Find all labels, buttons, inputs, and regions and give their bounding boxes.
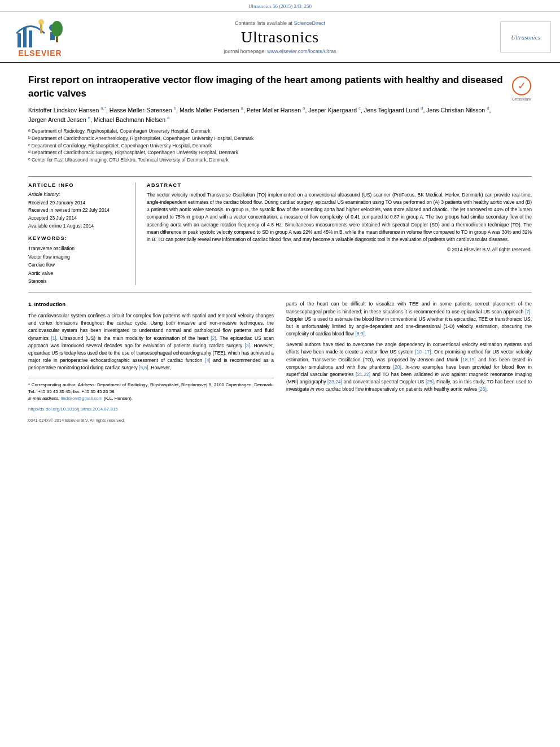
- email-author: (K.L. Hansen).: [104, 396, 133, 401]
- abstract-text: The vector velocity method Transverse Os…: [147, 191, 532, 243]
- sup-b1: b: [174, 106, 176, 111]
- affil-c: c Department of Cardiology, Rigshospital…: [28, 142, 504, 150]
- abstract-copyright: © 2014 Elsevier B.V. All rights reserved…: [147, 247, 532, 252]
- divider-2: [28, 292, 532, 292]
- abstract-section: ABSTRACT The vector velocity method Tran…: [147, 182, 532, 286]
- sup-d1: d: [421, 106, 423, 111]
- article-info: ARTICLE INFO Article history: Received 2…: [28, 182, 135, 286]
- with-text: with: [347, 364, 355, 370]
- history-online: Available online 1 August 2014: [28, 222, 126, 230]
- elsevier-wordmark: ELSEVIER: [18, 49, 62, 58]
- svg-rect-3: [29, 30, 32, 47]
- affil-sup-e: e: [28, 156, 30, 164]
- journal-header: ELSEVIER Contents lists available at Sci…: [0, 12, 560, 63]
- affil-text-e: Center for Fast Ultrasound Imaging, DTU …: [32, 156, 229, 164]
- crossmark-badge: ✓ CrossMark: [511, 76, 532, 101]
- body-col-right: parts of the heart can be difficult to v…: [286, 300, 532, 423]
- affil-d: d Department of Cardiothoracic Surgery, …: [28, 149, 504, 156]
- ref-20-link[interactable]: [20]: [393, 364, 401, 370]
- footer-issn: 0041-624X/© 2014 Elsevier B.V. All right…: [28, 417, 274, 424]
- svg-point-9: [38, 19, 44, 25]
- email-link[interactable]: lindskov@gmail.com: [61, 396, 102, 401]
- authors: Kristoffer Lindskov Hansen a,*, Hasse Mø…: [28, 105, 504, 125]
- ref-1-link[interactable]: [1]: [51, 335, 56, 341]
- crossmark-icon: ✓: [511, 76, 532, 96]
- keyword-1: Transverse oscillation: [28, 244, 126, 252]
- doi-line: http://dx.doi.org/10.1016/j.ultras.2014.…: [28, 405, 274, 413]
- ref-2122-link[interactable]: [21,22]: [356, 372, 370, 377]
- sup-d2: d: [487, 106, 489, 111]
- article-title: First report on intraoperative vector fl…: [28, 73, 504, 101]
- elsevier-tree-icon: [12, 16, 68, 47]
- article-info-heading: ARTICLE INFO: [28, 182, 126, 188]
- elsevier-tree-image: [12, 16, 68, 47]
- journal-header-center: Contents lists available at ScienceDirec…: [77, 20, 483, 54]
- sciencedirect-link[interactable]: ScienceDirect: [294, 20, 326, 26]
- crossmark-label: CrossMark: [512, 97, 531, 101]
- ref-25-link[interactable]: [25]: [426, 379, 434, 385]
- journal-issue-text: Ultrasonics 56 (2015) 243–250: [248, 3, 312, 9]
- keywords-section: Keywords: Transverse oscillation Vector …: [28, 235, 126, 285]
- sup-a3: a: [303, 106, 305, 111]
- article-title-section: First report on intraoperative vector fl…: [28, 73, 532, 171]
- section-1-heading: 1. Introduction: [28, 300, 274, 309]
- page: Ultrasonics 56 (2015) 243–250: [0, 0, 560, 747]
- affil-e: e Center for Fast Ultrasound Imaging, DT…: [28, 156, 504, 164]
- keyword-5: Stenosis: [28, 277, 126, 285]
- intro-para-2: parts of the heart can be difficult to v…: [286, 300, 532, 338]
- keyword-2: Vector flow imaging: [28, 253, 126, 261]
- article-content: First report on intraoperative vector fl…: [0, 63, 560, 434]
- ref-3-link[interactable]: [3]: [245, 343, 250, 348]
- ref-26-link[interactable]: [26]: [479, 386, 487, 392]
- abstract-heading: ABSTRACT: [147, 182, 532, 188]
- svg-point-6: [51, 21, 63, 37]
- invivo-3: in vivo: [310, 386, 324, 392]
- history-accepted: Accepted 23 July 2014: [28, 215, 126, 222]
- journal-logo-text: Ultrasonics: [511, 34, 540, 41]
- affil-text-b: Department of Cardiothoracic Anesthesiol…: [32, 135, 253, 142]
- doi-link[interactable]: http://dx.doi.org/10.1016/j.ultras.2014.…: [28, 407, 118, 412]
- svg-rect-7: [56, 37, 58, 42]
- ref-2324-link[interactable]: [23,24]: [327, 379, 342, 385]
- affiliations: a Department of Radiology, Rigshospitale…: [28, 128, 504, 164]
- journal-header-right: Ultrasonics: [489, 21, 551, 53]
- ref-89-link[interactable]: [8,9]: [355, 331, 365, 337]
- journal-issue-bar: Ultrasonics 56 (2015) 243–250: [0, 0, 560, 12]
- journal-title: Ultrasonics: [77, 28, 483, 46]
- invivo-1: In-vivo: [405, 364, 419, 370]
- ref-2-link[interactable]: [2]: [211, 335, 216, 341]
- homepage-label: journal homepage:: [224, 49, 266, 54]
- email-line: E-mail address: lindskov@gmail.com (K.L.…: [28, 395, 274, 402]
- sup-a4: a: [167, 115, 169, 120]
- affil-sup-c: c: [28, 142, 30, 150]
- article-title-text: First report on intraoperative vector fl…: [28, 73, 504, 171]
- footnote-area: * Corresponding author. Address: Departm…: [28, 378, 274, 424]
- invivo-2: in vivo: [435, 372, 449, 377]
- ref-7-link[interactable]: [7]: [525, 309, 530, 314]
- intro-para-1: The cardiovascular system confines a cir…: [28, 312, 274, 372]
- crossmark-area: ✓ CrossMark: [504, 73, 532, 101]
- history-received: Received 29 January 2014: [28, 199, 126, 207]
- journal-logo-right: Ultrasonics: [500, 21, 551, 53]
- ref-4-link[interactable]: [4]: [205, 357, 210, 363]
- ref-1017-link[interactable]: [10–17]: [415, 349, 431, 355]
- corresponding-author-note: * Corresponding author. Address: Departm…: [28, 382, 274, 395]
- ref-1819-link[interactable]: [18,19]: [461, 357, 476, 362]
- affil-sup-d: d: [28, 149, 30, 156]
- svg-text:✓: ✓: [518, 80, 526, 91]
- body-columns: 1. Introduction The cardiovascular syste…: [28, 300, 532, 423]
- divider-1: [28, 176, 532, 177]
- sup-c: c: [358, 106, 361, 111]
- sup-e: e: [88, 115, 90, 120]
- svg-rect-2: [23, 28, 27, 47]
- info-abstract-section: ARTICLE INFO Article history: Received 2…: [28, 182, 532, 286]
- keyword-3: Cardiac flow: [28, 261, 126, 269]
- affil-text-d: Department of Cardiothoracic Surgery, Ri…: [32, 149, 238, 156]
- svg-rect-1: [18, 33, 21, 47]
- affil-b: b Department of Cardiothoracic Anesthesi…: [28, 135, 504, 142]
- intro-para-3: Several authors have tried to overcome t…: [286, 341, 532, 393]
- homepage-url[interactable]: www.elsevier.com/locate/ultras: [267, 49, 336, 54]
- ref-56-link[interactable]: [5,6]: [139, 365, 148, 370]
- affil-sup-a: a: [28, 128, 30, 135]
- contents-available-line: Contents lists available at ScienceDirec…: [77, 20, 483, 26]
